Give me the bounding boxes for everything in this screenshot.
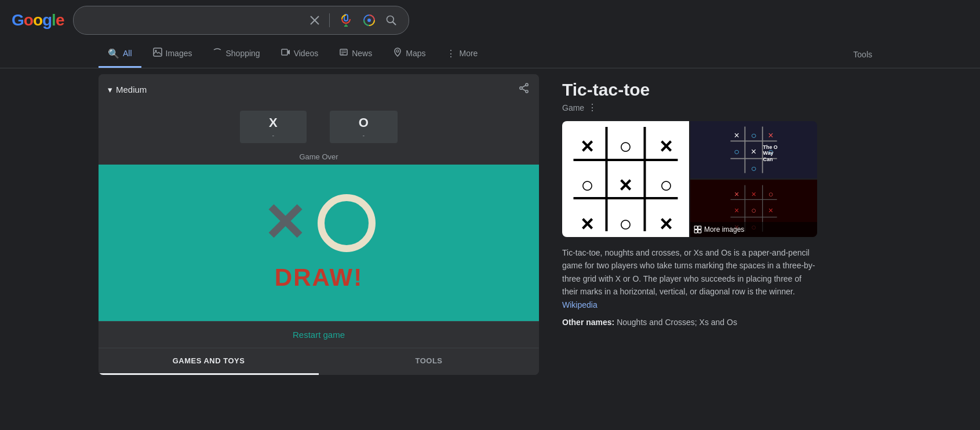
svg-text:×: ×: [660, 212, 672, 236]
svg-text:○: ○: [751, 163, 757, 173]
kp-other-names: Other names: Noughts and Crosses; Xs and…: [562, 316, 817, 329]
restart-section: Restart game: [99, 321, 539, 348]
game-header: ▾ Medium: [99, 74, 539, 105]
svg-point-18: [526, 90, 528, 93]
shopping-icon: [213, 48, 222, 59]
x-symbol: ✕: [263, 197, 306, 249]
svg-point-6: [367, 19, 371, 22]
svg-text:Can: Can: [763, 156, 773, 162]
svg-rect-62: [698, 226, 701, 229]
svg-text:Way: Way: [763, 150, 774, 156]
main-content: ▾ Medium X - O -: [0, 68, 980, 381]
search-bar-icons: [307, 11, 399, 30]
svg-point-17: [526, 83, 528, 86]
svg-text:×: ×: [734, 190, 739, 199]
game-panel: ▾ Medium X - O -: [99, 74, 539, 375]
difficulty-label: Medium: [116, 85, 147, 94]
svg-text:×: ×: [751, 190, 756, 199]
tab-videos[interactable]: Videos: [272, 41, 328, 68]
dropdown-arrow-icon: ▾: [108, 85, 112, 95]
svg-rect-61: [694, 226, 697, 229]
images-icon: [153, 48, 162, 59]
svg-text:○: ○: [581, 173, 594, 197]
svg-text:○: ○: [619, 134, 632, 158]
player-o-symbol: O: [359, 115, 369, 130]
news-icon: [339, 48, 348, 59]
kp-image-1[interactable]: × × × ○ ○ × ○ × ○: [562, 121, 689, 237]
search-bar: Tic-Tac-Toe: [73, 6, 409, 35]
game-board[interactable]: ✕ DRAW!: [99, 165, 539, 321]
more-images-overlay[interactable]: More images: [690, 222, 817, 237]
player-x-score: X -: [240, 111, 307, 143]
microphone-button[interactable]: [337, 11, 355, 30]
svg-text:○: ○: [751, 206, 756, 215]
maps-icon: [393, 48, 402, 59]
bottom-tabs: GAMES AND TOYS TOOLS: [99, 348, 539, 375]
svg-text:×: ×: [581, 212, 593, 236]
restart-button[interactable]: Restart game: [293, 330, 345, 340]
svg-text:○: ○: [768, 190, 774, 199]
search-input[interactable]: Tic-Tac-Toe: [83, 15, 301, 25]
tab-more[interactable]: ⋮ More: [437, 41, 487, 68]
svg-text:×: ×: [734, 130, 739, 140]
kp-subtitle-text: Game: [562, 103, 584, 112]
tab-all[interactable]: 🔍 All: [99, 41, 141, 68]
o-symbol: [318, 194, 376, 252]
difficulty-selector[interactable]: ▾ Medium: [108, 85, 147, 95]
svg-text:×: ×: [768, 206, 773, 215]
tools-button[interactable]: Tools: [844, 43, 881, 66]
player-x-score-value: -: [272, 132, 275, 139]
svg-point-16: [396, 50, 399, 52]
lens-button[interactable]: [360, 11, 378, 30]
kp-image-3[interactable]: × × ○ × ○ × × ○ More images: [690, 180, 817, 237]
header: Google Tic-Tac-Toe: [0, 0, 980, 41]
kp-description: Tic-tac-toe, noughts and crosses, or Xs …: [562, 246, 817, 311]
microphone-icon: [339, 13, 353, 27]
svg-text:○: ○: [751, 130, 757, 140]
lens-icon: [362, 13, 376, 27]
svg-text:×: ×: [768, 130, 773, 140]
svg-line-20: [522, 85, 526, 88]
tab-shopping[interactable]: Shopping: [203, 41, 269, 68]
more-icon: ⋮: [446, 48, 456, 59]
share-button[interactable]: [518, 82, 530, 97]
kp-subtitle: Game ⋮: [562, 102, 817, 113]
videos-icon: [281, 48, 290, 59]
more-images-label: More images: [704, 225, 744, 234]
clear-icon: [309, 15, 320, 25]
svg-rect-9: [154, 48, 162, 56]
clear-button[interactable]: [307, 13, 322, 28]
nav-tabs: 🔍 All Images Shopping Videos News Maps ⋮…: [0, 41, 980, 68]
tab-images[interactable]: Images: [144, 41, 202, 68]
scores-section: X - O -: [99, 105, 539, 149]
player-x-symbol: X: [269, 115, 278, 130]
svg-line-8: [393, 22, 396, 25]
svg-text:○: ○: [619, 212, 632, 236]
svg-text:×: ×: [581, 134, 593, 158]
svg-text:The O: The O: [763, 144, 778, 150]
all-icon: 🔍: [108, 48, 119, 59]
tab-news[interactable]: News: [330, 41, 381, 68]
svg-text:×: ×: [660, 134, 672, 158]
draw-text: DRAW!: [275, 264, 363, 291]
kp-title: Tic-tac-toe: [562, 80, 817, 100]
divider: [329, 13, 330, 27]
kp-image-grid[interactable]: × × × ○ ○ × ○ × ○ ×: [562, 121, 817, 237]
svg-point-19: [520, 87, 522, 89]
svg-rect-63: [694, 230, 697, 233]
kp-image-2[interactable]: × ○ × ○ × ○ ○ The O Way Can: [690, 121, 817, 178]
tab-tools[interactable]: TOOLS: [319, 348, 539, 375]
tab-maps[interactable]: Maps: [384, 41, 435, 68]
tab-games-and-toys[interactable]: GAMES AND TOYS: [99, 348, 319, 375]
svg-rect-11: [282, 49, 287, 55]
svg-line-21: [522, 89, 526, 91]
player-o-score: O -: [330, 111, 398, 143]
xo-display: ✕: [263, 194, 376, 252]
search-submit-button[interactable]: [383, 12, 399, 28]
kp-wikipedia-link[interactable]: Wikipedia: [562, 300, 598, 309]
more-images-icon: [694, 225, 702, 234]
svg-text:○: ○: [734, 146, 739, 156]
svg-rect-64: [698, 230, 701, 233]
svg-text:×: ×: [619, 173, 632, 197]
kp-more-icon[interactable]: ⋮: [588, 102, 597, 113]
